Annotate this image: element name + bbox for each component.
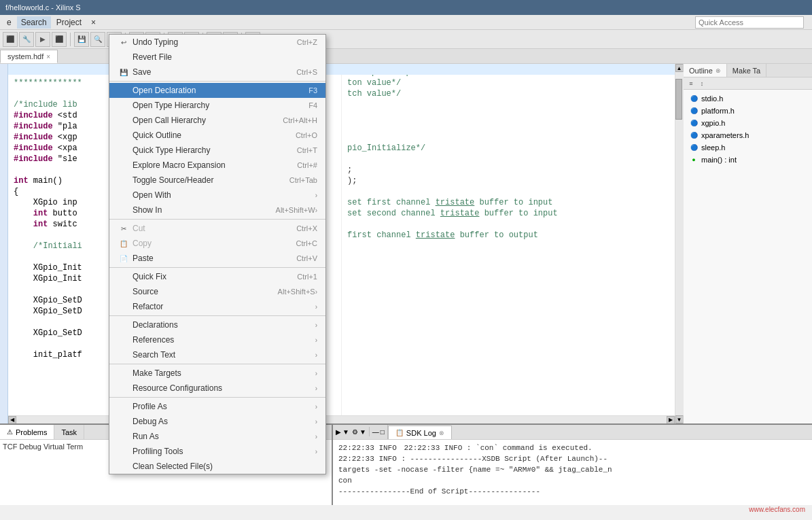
ctx-shortcut-open-type: F4 (308, 101, 317, 109)
ctx-label-resource-configs: Resource Configurations (133, 383, 315, 393)
ctx-label-profile-as: Profile As (133, 402, 315, 411)
ctx-shortcut-copy: Ctrl+C (296, 239, 317, 247)
ctx-save[interactable]: 💾 Save Ctrl+S (109, 65, 325, 80)
ctx-search-text[interactable]: Search Text › (109, 347, 325, 362)
refactor-arrow: › (315, 303, 317, 311)
ctx-debug-as[interactable]: Debug As › (109, 414, 325, 429)
ctx-label-open-decl: Open Declaration (133, 86, 295, 95)
ctx-label-search-text: Search Text (133, 350, 315, 360)
show-in-arrow: › (315, 207, 317, 214)
references-arrow: › (315, 336, 317, 344)
debug-as-arrow: › (315, 418, 317, 426)
ctx-open-declaration[interactable]: Open Declaration F3 (109, 83, 325, 98)
ctx-label-references: References (133, 335, 315, 345)
ctx-explore-macro[interactable]: Explore Macro Expansion Ctrl+# (109, 158, 325, 173)
ctx-label-copy: Copy (133, 239, 283, 248)
ctx-label-declarations: Declarations (133, 320, 315, 330)
search-text-arrow: › (315, 351, 317, 359)
ctx-label-show-in: Show In (133, 205, 262, 215)
profiling-tools-arrow: › (315, 448, 317, 455)
ctx-label-explore-macro: Explore Macro Expansion (133, 160, 283, 170)
ctx-shortcut-quick-fix: Ctrl+1 (297, 273, 317, 281)
ctx-shortcut-quick-outline: Ctrl+O (296, 131, 317, 139)
ctx-paste[interactable]: 📄 Paste Ctrl+V (109, 251, 325, 266)
context-menu-overlay: ↩ Undo Typing Ctrl+Z Revert File 💾 Save … (0, 0, 812, 520)
ctx-label-clean-files: Clean Selected File(s) (133, 462, 317, 471)
ctx-open-call-hierarchy[interactable]: Open Call Hierarchy Ctrl+Alt+H (109, 113, 325, 128)
ctx-profile-as[interactable]: Profile As › (109, 399, 325, 414)
ctx-clean-files[interactable]: Clean Selected File(s) (109, 459, 325, 474)
ctx-shortcut-paste: Ctrl+V (296, 254, 317, 262)
ctx-shortcut-source: Alt+Shift+S (278, 288, 315, 296)
make-targets-arrow: › (315, 370, 317, 377)
ctx-label-save: Save (133, 67, 283, 77)
ctx-refactor[interactable]: Refactor › (109, 299, 325, 314)
ctx-label-quick-outline: Quick Outline (133, 131, 282, 140)
ctx-shortcut-save: Ctrl+S (296, 68, 317, 76)
ctx-label-cut: Cut (133, 224, 283, 233)
ctx-sep-1 (109, 81, 325, 82)
declarations-arrow: › (315, 322, 317, 329)
ctx-label-run-as: Run As (133, 432, 315, 441)
ctx-shortcut-open-decl: F3 (308, 86, 317, 94)
ctx-label-undo: Undo Typing (133, 37, 283, 47)
ctx-resource-configs[interactable]: Resource Configurations › (109, 381, 325, 396)
ctx-make-targets[interactable]: Make Targets › (109, 366, 325, 381)
ctx-label-toggle-source: Toggle Source/Header (133, 175, 276, 185)
ctx-sep-3 (109, 267, 325, 268)
ctx-undo-typing[interactable]: ↩ Undo Typing Ctrl+Z (109, 35, 325, 50)
ctx-shortcut-undo: Ctrl+Z (297, 38, 317, 46)
ctx-label-open-with: Open With (133, 190, 315, 200)
ctx-label-revert: Revert File (133, 52, 317, 62)
ctx-label-make-targets: Make Targets (133, 368, 315, 378)
ctx-profiling-tools[interactable]: Profiling Tools › (109, 444, 325, 459)
ctx-run-as[interactable]: Run As › (109, 429, 325, 444)
source-arrow: › (315, 288, 317, 296)
ctx-label-quick-type: Quick Type Hierarchy (133, 145, 283, 155)
ctx-label-open-type: Open Type Hierarchy (133, 101, 295, 110)
ctx-show-in[interactable]: Show In Alt+Shift+W › (109, 203, 325, 218)
ctx-source[interactable]: Source Alt+Shift+S › (109, 284, 325, 299)
open-with-arrow: › (315, 192, 317, 199)
ctx-shortcut-cut: Ctrl+X (296, 224, 317, 232)
ctx-label-quick-fix: Quick Fix (133, 272, 283, 281)
ctx-revert-file[interactable]: Revert File (109, 50, 325, 65)
ctx-shortcut-show-in: Alt+Shift+W (276, 206, 315, 214)
ctx-shortcut-open-call: Ctrl+Alt+H (283, 116, 317, 124)
ctx-sep-5 (109, 364, 325, 364)
ctx-shortcut-toggle-source: Ctrl+Tab (289, 176, 317, 184)
undo-icon: ↩ (118, 39, 130, 46)
ctx-toggle-source[interactable]: Toggle Source/Header Ctrl+Tab (109, 173, 325, 188)
ctx-label-refactor: Refactor (133, 302, 315, 311)
ctx-references[interactable]: References › (109, 332, 325, 347)
copy-icon: 📋 (118, 240, 130, 247)
ctx-shortcut-explore-macro: Ctrl+# (297, 161, 317, 169)
save-icon: 💾 (118, 69, 130, 76)
ctx-label-open-call: Open Call Hierarchy (133, 116, 269, 125)
ctx-open-type-hierarchy[interactable]: Open Type Hierarchy F4 (109, 98, 325, 113)
ctx-sep-4 (109, 315, 325, 316)
ctx-quick-fix[interactable]: Quick Fix Ctrl+1 (109, 269, 325, 284)
resource-configs-arrow: › (315, 385, 317, 392)
profile-as-arrow: › (315, 403, 317, 411)
ctx-label-source: Source (133, 287, 264, 296)
run-as-arrow: › (315, 433, 317, 440)
ctx-quick-outline[interactable]: Quick Outline Ctrl+O (109, 128, 325, 143)
ctx-sep-6 (109, 397, 325, 398)
ctx-copy[interactable]: 📋 Copy Ctrl+C (109, 236, 325, 251)
ctx-sep-2 (109, 219, 325, 220)
ctx-declarations[interactable]: Declarations › (109, 317, 325, 332)
ctx-label-debug-as: Debug As (133, 417, 315, 426)
ctx-quick-type-hierarchy[interactable]: Quick Type Hierarchy Ctrl+T (109, 143, 325, 158)
cut-icon: ✂ (118, 225, 130, 232)
ctx-shortcut-quick-type: Ctrl+T (297, 146, 317, 154)
ctx-open-with[interactable]: Open With › (109, 188, 325, 203)
paste-icon: 📄 (118, 255, 130, 262)
ctx-label-paste: Paste (133, 254, 283, 263)
context-menu: ↩ Undo Typing Ctrl+Z Revert File 💾 Save … (109, 34, 326, 474)
ctx-cut[interactable]: ✂ Cut Ctrl+X (109, 221, 325, 236)
ctx-label-profiling-tools: Profiling Tools (133, 447, 315, 456)
